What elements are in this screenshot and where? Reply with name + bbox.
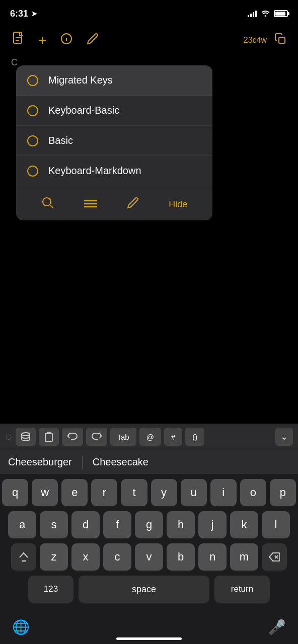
keyboard-toolbar: ○ Tab @ # xyxy=(0,424,298,450)
dropdown-menu: Migrated Keys Keyboard-Basic Basic Keybo… xyxy=(16,65,212,220)
key-z[interactable]: z xyxy=(40,543,68,571)
toolbar-left: + xyxy=(12,32,99,49)
battery-icon xyxy=(274,10,288,17)
key-r[interactable]: r xyxy=(91,479,117,506)
key-h[interactable]: h xyxy=(167,511,195,538)
menu-item[interactable]: Keyboard-Markdown xyxy=(16,156,212,186)
edit-pencil-icon[interactable] xyxy=(87,33,99,48)
key-row-4: 123 space return xyxy=(2,576,296,603)
toolbar-right: 23c4w xyxy=(244,33,286,47)
hide-button[interactable]: Hide xyxy=(169,199,187,210)
menu-item[interactable]: Basic xyxy=(16,126,212,156)
kb-chevron-button[interactable]: ⌄ xyxy=(275,428,293,446)
autocomplete-bar: Cheeseburger Cheesecake xyxy=(0,450,298,474)
menu-item-label: Basic xyxy=(48,135,73,146)
key-k[interactable]: k xyxy=(230,511,258,538)
menu-item-circle xyxy=(27,135,38,146)
key-j[interactable]: j xyxy=(198,511,227,538)
key-s[interactable]: s xyxy=(40,511,68,538)
document-icon[interactable] xyxy=(12,32,24,49)
key-f[interactable]: f xyxy=(103,511,131,538)
main-toolbar: + 23c4w xyxy=(0,25,298,55)
microphone-icon[interactable]: 🎤 xyxy=(268,619,286,635)
shift-key[interactable] xyxy=(11,543,36,571)
key-u[interactable]: u xyxy=(181,479,207,506)
kb-redo-icon[interactable] xyxy=(86,428,107,446)
return-key[interactable]: return xyxy=(214,576,270,603)
list-icon[interactable] xyxy=(84,198,97,211)
key-o[interactable]: o xyxy=(240,479,266,506)
menu-item-label: Migrated Keys xyxy=(48,74,113,86)
wifi-icon xyxy=(261,10,270,18)
svg-rect-13 xyxy=(45,433,52,442)
globe-icon[interactable]: 🌐 xyxy=(12,619,30,635)
kb-parens-button[interactable]: () xyxy=(185,428,204,446)
svg-rect-6 xyxy=(279,37,285,43)
search-icon[interactable] xyxy=(41,196,54,212)
menu-item-circle xyxy=(27,105,38,116)
kb-stack-icon[interactable] xyxy=(16,428,36,446)
key-n[interactable]: n xyxy=(198,543,227,571)
svg-line-8 xyxy=(50,205,53,208)
key-i[interactable]: i xyxy=(210,479,237,506)
key-m[interactable]: m xyxy=(230,543,258,571)
home-indicator xyxy=(116,637,182,640)
keyboard-area: ○ Tab @ # xyxy=(0,424,298,644)
key-q[interactable]: q xyxy=(2,479,28,506)
cursor-indicator: C xyxy=(11,57,18,68)
autocomplete-word-2[interactable]: Cheesecake xyxy=(83,450,159,474)
file-label: 23c4w xyxy=(244,36,267,45)
edit-icon[interactable] xyxy=(127,197,139,212)
dropdown-bottom-bar: Hide xyxy=(16,188,212,220)
status-bar: 6:31 ➤ xyxy=(0,0,298,25)
key-x[interactable]: x xyxy=(71,543,100,571)
key-e[interactable]: e xyxy=(61,479,88,506)
menu-item-label: Keyboard-Markdown xyxy=(48,165,141,177)
kb-at-button[interactable]: @ xyxy=(139,428,161,446)
key-g[interactable]: g xyxy=(135,511,163,538)
kb-undo-icon[interactable] xyxy=(62,428,83,446)
info-icon[interactable] xyxy=(60,33,72,48)
kb-circle-icon: ○ xyxy=(5,430,13,444)
menu-item-label: Keyboard-Basic xyxy=(48,105,119,116)
key-y[interactable]: y xyxy=(151,479,177,506)
status-time: 6:31 ➤ xyxy=(10,9,37,19)
copy-icon[interactable] xyxy=(275,33,286,47)
status-right xyxy=(248,10,288,18)
menu-item[interactable]: Keyboard-Basic xyxy=(16,96,212,126)
numbers-key[interactable]: 123 xyxy=(28,576,73,603)
key-row-2: a s d f g h j k l xyxy=(2,511,296,538)
kb-tab-button[interactable]: Tab xyxy=(110,428,136,446)
signal-icon xyxy=(248,10,257,17)
menu-item[interactable]: Migrated Keys xyxy=(16,65,212,96)
key-row-1: q w e r t y u i o p xyxy=(2,479,296,506)
keyboard-keys: q w e r t y u i o p a s d f g h j k l xyxy=(0,474,298,611)
key-b[interactable]: b xyxy=(167,543,195,571)
delete-key[interactable] xyxy=(262,543,287,571)
add-icon[interactable]: + xyxy=(38,32,46,48)
kb-hash-button[interactable]: # xyxy=(164,428,182,446)
svg-point-12 xyxy=(22,433,30,436)
menu-item-circle xyxy=(27,166,38,177)
key-v[interactable]: v xyxy=(135,543,163,571)
autocomplete-word-1[interactable]: Cheeseburger xyxy=(8,450,82,474)
key-w[interactable]: w xyxy=(32,479,58,506)
key-a[interactable]: a xyxy=(8,511,36,538)
space-key[interactable]: space xyxy=(79,576,209,603)
menu-item-circle xyxy=(27,75,38,86)
key-row-3: z x c v b n m xyxy=(2,543,296,571)
key-c[interactable]: c xyxy=(103,543,131,571)
location-icon: ➤ xyxy=(31,10,37,18)
kb-clipboard-icon[interactable] xyxy=(39,428,59,446)
key-p[interactable]: p xyxy=(270,479,296,506)
key-d[interactable]: d xyxy=(71,511,100,538)
key-l[interactable]: l xyxy=(262,511,290,538)
key-t[interactable]: t xyxy=(121,479,147,506)
svg-point-7 xyxy=(43,198,51,206)
main-area: C Migrated Keys Keyboard-Basic Basic Key… xyxy=(0,55,298,337)
